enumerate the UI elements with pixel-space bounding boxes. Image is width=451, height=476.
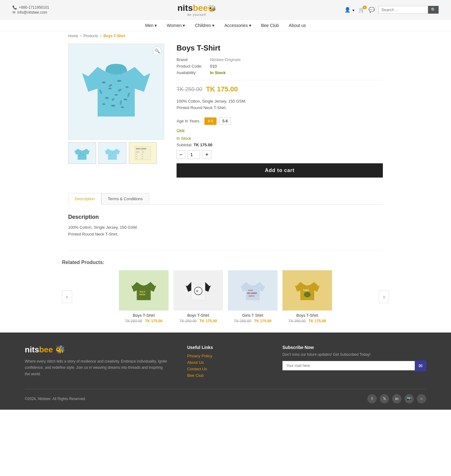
social-icon-5[interactable]: ○ [417, 394, 426, 403]
svg-point-13 [80, 153, 81, 153]
instagram-icon[interactable]: 📷 [405, 394, 414, 403]
avail-value: In Stock [210, 70, 226, 75]
twitter-icon[interactable]: 𝕏 [380, 394, 389, 403]
related-carousel: ‹ WILD PARK Boys T-Shirt TK 250.00 TK 17… [62, 270, 389, 323]
cart-button[interactable]: 🛒 0 [359, 7, 365, 13]
tab-content-description: Description 100% Cotton, Single Jersey, … [68, 211, 383, 244]
nav-men[interactable]: Men ▾ [145, 23, 157, 28]
footer-link-bee-club[interactable]: Bee Club [187, 373, 264, 378]
breadcrumb-products[interactable]: Products [83, 34, 98, 38]
nav-accessories[interactable]: Accessories ▾ [224, 23, 251, 28]
age-options: 4-5 5-6 [204, 117, 231, 125]
carousel-next[interactable]: › [379, 290, 389, 303]
facebook-icon[interactable]: f [367, 394, 377, 403]
product-meta: Brand: Nitsbee Originals Product Code: 0… [177, 57, 383, 75]
tab-terms[interactable]: Terms & Conditions [101, 193, 149, 204]
logo-text: nitsbee🐝 [177, 3, 216, 13]
zoom-icon[interactable]: 🔍 [153, 46, 161, 55]
add-to-cart-button[interactable]: Add to cart [177, 163, 383, 178]
footer: nitsbee 🐝 Where every stitch tells a sto… [0, 333, 451, 410]
related-product-1[interactable]: WILD PARK Boys T-Shirt TK 250.00 TK 175.… [119, 270, 169, 323]
nav-children[interactable]: Children ▾ [195, 23, 214, 28]
footer-logo: nitsbee 🐝 [25, 345, 169, 355]
svg-text:SIZE: SIZE [142, 152, 144, 153]
svg-point-1 [108, 88, 112, 90]
svg-text:WILD: WILD [140, 290, 145, 293]
clear-size[interactable]: Clear [177, 128, 185, 132]
thumbnail-2[interactable] [99, 142, 126, 164]
svg-text:B: B [196, 290, 198, 293]
age-btn-4-5[interactable]: 4-5 [204, 117, 217, 125]
footer-link-contact[interactable]: Contact Us [187, 367, 264, 371]
brand-label: Brand: [177, 57, 208, 62]
svg-text:32: 32 [142, 158, 143, 159]
svg-text:5-6: 5-6 [136, 156, 137, 157]
carousel-prev[interactable]: ‹ [62, 290, 72, 303]
logo[interactable]: nitsbee🐝 be yourself [177, 2, 216, 18]
related-product-4-prices: TK 250.00 TK 175.00 [282, 319, 332, 323]
avail-label: Availability: [177, 70, 208, 75]
footer-link-privacy[interactable]: Privacy Policy [187, 354, 264, 358]
related-product-1-prices: TK 250.00 TK 175.00 [119, 319, 169, 323]
nav-bee-club[interactable]: Bee Club [261, 23, 279, 28]
svg-text:T-REX: T-REX [303, 289, 309, 291]
code-value: 010 [210, 64, 217, 68]
svg-text:YEARS: YEARS [136, 152, 140, 153]
svg-point-15 [79, 156, 81, 156]
tab-description[interactable]: Description [68, 193, 101, 205]
qty-increase[interactable]: + [203, 150, 211, 159]
svg-point-5 [115, 94, 118, 96]
qty-decrease[interactable]: − [177, 150, 185, 159]
top-bar-actions: 👤 ▼ 🛒 0 💬 🔍 [344, 6, 439, 14]
subscribe-row: ✉ [282, 360, 426, 371]
nav-women[interactable]: Women ▾ [167, 23, 185, 28]
breadcrumb-home[interactable]: Home [68, 34, 78, 38]
avail-row: Availability: In Stock [177, 70, 383, 75]
svg-point-17 [110, 155, 111, 156]
product-description: 100% Cotton, Single Jersey, 150 GSM.Prin… [177, 98, 383, 111]
svg-text:GANG: GANG [248, 289, 253, 291]
subscribe-button[interactable]: ✉ [415, 360, 426, 371]
brand-value: Nitsbee Originals [210, 57, 241, 62]
age-btn-5-6[interactable]: 5-6 [219, 117, 231, 125]
footer-bottom: ©2024, Nitsbee. All Rights Reserved. f 𝕏… [25, 389, 426, 403]
whatsapp-button[interactable]: 💬 [369, 7, 375, 13]
search-button[interactable]: 🔍 [428, 6, 439, 14]
thumbnail-1[interactable] [68, 142, 96, 164]
related-product-4[interactable]: T-REX 🦎 Boys T-Shirt TK 250.00 TK 175.00 [282, 270, 332, 323]
email-row: ✉ info@nitsbee.com [12, 10, 49, 15]
qty-row: − + [177, 150, 383, 159]
related-product-4-name: Boys T-Shirt [282, 313, 332, 318]
footer-link-about[interactable]: About Us [187, 360, 264, 365]
thumbnail-size-chart[interactable]: BACK CHART YEARS SIZE 4-5 28 5-6 30 6-7 … [129, 142, 157, 164]
svg-text:HEROS: HEROS [249, 295, 255, 297]
related-product-2[interactable]: B Boys T-Shirt TK 250.00 TK 175.00 [173, 270, 223, 323]
tabs-section: Description Terms & Conditions Descripti… [0, 187, 451, 247]
logo-name: nits [177, 3, 193, 13]
nav-about-us[interactable]: About us [289, 23, 306, 28]
logo-bee-icon: 🐝 [208, 5, 216, 12]
qty-input[interactable] [188, 150, 200, 159]
product-tabs: Description Terms & Conditions [68, 193, 383, 205]
related-product-4-new: TK 175.00 [309, 319, 326, 323]
related-product-1-old: TK 250.00 [125, 319, 142, 323]
contact-info: 📞 +880-1711950101 ✉ info@nitsbee.com [12, 5, 49, 15]
related-section: Related Products: ‹ WILD PARK Boys T-Shi… [0, 253, 451, 333]
related-product-3-old: TK 250.00 [234, 319, 251, 323]
related-product-1-new: TK 175.00 [145, 319, 162, 323]
email-icon: ✉ [12, 10, 15, 15]
search-input[interactable] [379, 6, 428, 14]
related-product-1-name: Boys T-Shirt [119, 313, 169, 318]
account-button[interactable]: 👤 ▼ [344, 7, 355, 13]
svg-point-2 [117, 80, 121, 82]
description-text: 100% Cotton, Single Jersey, 150 GSM.Prin… [68, 224, 383, 238]
subscribe-input[interactable] [282, 361, 415, 370]
linkedin-icon[interactable]: in [392, 394, 401, 403]
footer-subscribe-title: Subscribe Now [282, 345, 426, 350]
related-product-3[interactable]: GANG DES SUPER HEROS Girls T Shirt TK 25… [228, 270, 278, 323]
related-product-2-image: B [173, 270, 223, 311]
related-product-3-name: Girls T Shirt [228, 313, 278, 318]
svg-point-3 [125, 86, 129, 88]
product-section: 🔍 [0, 41, 451, 187]
copyright: ©2024, Nitsbee. All Rights Reserved. [25, 397, 86, 401]
